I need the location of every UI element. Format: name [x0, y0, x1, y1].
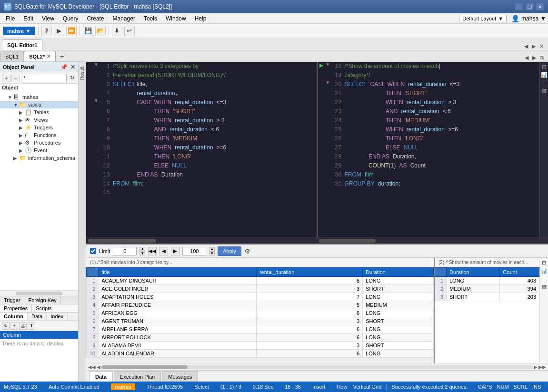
res-nav-last[interactable]: ▶▶ — [538, 364, 546, 370]
line-code[interactable]: THEN 'MEDIUM' — [113, 134, 317, 143]
nav-first[interactable]: ◀◀ — [148, 247, 157, 255]
close-btn[interactable]: ✕ — [536, 3, 544, 10]
line-code[interactable] — [113, 188, 317, 197]
tree-sakila-toggle[interactable]: ▼ — [13, 102, 19, 108]
panel-pin-btn[interactable]: 📌 — [60, 64, 68, 70]
object-filter[interactable]: * — [21, 74, 67, 82]
editor-nav-fwd[interactable]: ▶ — [531, 54, 538, 61]
tab-new-btn[interactable]: + — [57, 52, 67, 61]
line-code[interactable]: FROM film — [345, 170, 548, 179]
obj-tb-add[interactable]: + — [10, 322, 18, 330]
tree-mahsa-toggle[interactable]: ▼ — [8, 95, 13, 100]
tree-event-toggle[interactable]: ▶ — [19, 148, 25, 153]
line-code[interactable]: CASE WHEN rental_duration <=3 — [113, 98, 317, 107]
restore-btn[interactable]: ❐ — [525, 3, 534, 10]
res-nav-prev[interactable]: ◀ — [97, 364, 100, 370]
line-code[interactable]: WHEN rental_duration > 3 — [345, 98, 548, 107]
editor-split-btn[interactable]: ⧉ — [538, 54, 545, 61]
tree-mahsa[interactable]: ▼ 🗄 mahsa — [0, 93, 78, 101]
sql-pane2[interactable]: ▶ ▼ 18 /*Show the amount of movies in ea… — [318, 62, 548, 237]
result1-table-scroll[interactable]: title rental_duration Duration 1 ACADEMY… — [86, 267, 434, 358]
tab-nav-right[interactable]: ▶ — [530, 43, 537, 50]
line-code[interactable]: AND rental_duration < 6 — [345, 107, 548, 116]
table-view-icon[interactable]: ≡ — [542, 80, 545, 86]
menu-tools[interactable]: Tools — [140, 14, 161, 23]
line-code[interactable]: AND rental_duration < 6 — [113, 125, 317, 134]
obj-tb-refresh[interactable]: ↻ — [2, 322, 10, 330]
tree-event[interactable]: ▶ 🕐 Event — [0, 147, 78, 154]
rollback-btn[interactable]: ↩ — [124, 26, 135, 36]
result1-scrollbar-x[interactable] — [86, 358, 434, 363]
tree-triggers-toggle[interactable]: ▶ — [19, 125, 25, 130]
menu-query[interactable]: Query — [59, 14, 82, 23]
gear-icon[interactable]: ⚙ — [244, 247, 250, 255]
fold-marker[interactable]: ▼ — [325, 80, 331, 89]
tree-views[interactable]: ▶ 👁 Views — [0, 116, 78, 124]
tree-views-toggle[interactable]: ▶ — [19, 118, 25, 123]
line-code[interactable]: THEN 'LONG' — [113, 152, 317, 161]
editor-scrollbar-x[interactable] — [86, 237, 548, 244]
fold-marker[interactable]: ▼ — [325, 62, 331, 71]
panel-close-btn[interactable]: ✕ — [70, 64, 75, 70]
tree-procedures-toggle[interactable]: ▶ — [19, 140, 25, 146]
minimize-btn[interactable]: ─ — [515, 3, 523, 10]
tab-sql2[interactable]: SQL2* ✕ — [24, 51, 56, 61]
limit-spin-down[interactable]: ▼ — [139, 251, 145, 255]
line-code[interactable]: THEN 'SHORT' — [113, 107, 317, 116]
tree-triggers[interactable]: ▶ ⚡ Triggers — [0, 124, 78, 131]
limit-spin-up[interactable]: ▲ — [139, 247, 145, 251]
tab-messages[interactable]: Messages — [162, 371, 198, 382]
tab-nav-left[interactable]: ◀ — [523, 43, 529, 50]
line-code[interactable]: the rental period (SHORT/MEDIUM/LONG)*/ — [113, 71, 317, 80]
line-code[interactable]: ELSE NULL — [345, 143, 548, 152]
record-btn[interactable]: 🎙 — [41, 26, 52, 36]
result2-table-scroll[interactable]: Duration Count 1 LONG 403 2 MEDIUM 394 3… — [435, 267, 539, 363]
obj-tab-scripts[interactable]: Scripts — [32, 304, 56, 312]
menu-window[interactable]: Window — [162, 14, 190, 23]
tree-sakila[interactable]: ▼ 📁 sakila — [0, 101, 78, 108]
line-code[interactable]: SELECT title, — [113, 80, 317, 89]
layout-dropdown[interactable]: Default Layout ▼ — [459, 15, 507, 22]
line-code[interactable]: category*/ — [345, 71, 548, 80]
tab-close-all[interactable]: ✕ — [538, 43, 545, 50]
form-view-icon[interactable]: ▦ — [542, 88, 547, 94]
menu-view[interactable]: View — [38, 14, 58, 23]
page-spin-down[interactable]: ▼ — [209, 251, 215, 255]
line-code[interactable]: THEN 'MEDIUM' — [345, 116, 548, 125]
tab-execution-plan[interactable]: Execution Plan — [114, 371, 161, 382]
save-btn[interactable]: 💾 — [83, 26, 93, 36]
menu-create[interactable]: Create — [83, 14, 108, 23]
line-code[interactable]: THEN 'SHORT' — [345, 89, 548, 98]
obj-tb-export[interactable]: ⬆ — [28, 322, 35, 330]
obj-tab-properties[interactable]: Properties — [0, 304, 32, 312]
res-nav-first[interactable]: ◀◀ — [88, 364, 96, 370]
menu-edit[interactable]: Edit — [20, 14, 37, 23]
commit-btn[interactable]: ⬇ — [112, 26, 122, 36]
editor-nav-back[interactable]: ◀ — [523, 54, 530, 61]
ptb-add[interactable]: + — [2, 74, 10, 82]
line-code[interactable]: COUNT(1) AS Count — [345, 161, 548, 170]
tree-functions[interactable]: ▶ 𝑓 Functions — [0, 131, 78, 139]
step-btn[interactable]: ⏩ — [66, 26, 77, 36]
tree-functions-toggle[interactable]: ▶ — [19, 133, 25, 138]
fold-marker[interactable]: ▼ — [93, 62, 100, 71]
tab-sql1[interactable]: SQL1 — [0, 51, 24, 61]
tab-editor1[interactable]: SQL Editor1 — [2, 39, 42, 50]
tab-data[interactable]: Data — [89, 371, 113, 382]
ptb-refresh[interactable]: ↻ — [68, 74, 76, 82]
line-code[interactable]: THEN 'LONG' — [345, 134, 548, 143]
limit-checkbox[interactable] — [90, 248, 96, 254]
tree-tables[interactable]: ▶ 📋 Tables — [0, 108, 78, 116]
result-vert-tab[interactable]: Result — [79, 64, 86, 83]
line-code[interactable]: FROM film; — [113, 179, 317, 188]
results-form-icon[interactable]: ▦ — [542, 284, 547, 290]
line-code[interactable]: ELSE NULL — [113, 161, 317, 170]
limit-input[interactable] — [113, 247, 137, 255]
fold-marker[interactable]: ▼ — [93, 98, 100, 107]
menu-file[interactable]: File — [2, 14, 19, 23]
tree-infoschema-toggle[interactable]: ▶ — [13, 156, 19, 161]
line-code[interactable]: /*Show the amount of movies in each| — [345, 62, 548, 71]
res-scrollbar[interactable] — [101, 365, 533, 369]
tree-procedures[interactable]: ▶ ⚙ Procedures — [0, 139, 78, 147]
line-code[interactable]: SELECT CASE WHEN rental_duration <=3 — [345, 80, 548, 89]
